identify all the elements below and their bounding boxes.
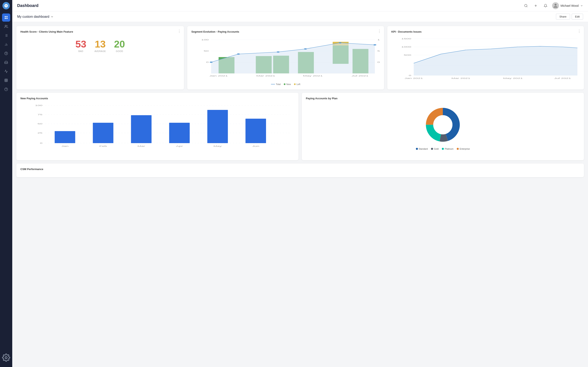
svg-point-44 [210, 62, 213, 63]
average-label: AVERAGE [95, 50, 106, 52]
health-metrics: 53 BAD 13 AVERAGE 20 GOOD [20, 39, 180, 52]
users-icon [4, 25, 8, 28]
segment-evolution-card: Segment Evolution - Paying Accounts ⋮ 10… [187, 26, 384, 90]
share-button[interactable]: Share [556, 14, 570, 20]
help-circle-icon [4, 87, 8, 91]
svg-text:0: 0 [377, 61, 380, 63]
svg-text:Mar 2021: Mar 2021 [451, 77, 470, 79]
svg-text:May: May [213, 145, 222, 147]
sub-header: My custom dashboard Share Edit [12, 11, 588, 22]
legend-platinum: Platinum [442, 148, 453, 150]
svg-text:Jan: Jan [61, 145, 69, 147]
svg-point-93 [433, 115, 452, 134]
app-logo[interactable] [2, 2, 10, 9]
svg-text:1500: 1500 [401, 38, 411, 40]
svg-text:100: 100 [35, 104, 43, 106]
average-metric: 13 AVERAGE [95, 39, 106, 52]
svg-line-24 [527, 6, 527, 7]
good-value: 20 [114, 39, 125, 49]
sidebar-item-customers[interactable] [2, 22, 10, 31]
legend-gold: Gold [431, 148, 439, 150]
health-score-menu[interactable]: ⋮ [177, 29, 181, 33]
legend-left: Left [294, 83, 300, 85]
edit-button[interactable]: Edit [572, 14, 583, 20]
sidebar-item-help[interactable] [2, 85, 10, 93]
svg-text:100: 100 [201, 39, 209, 41]
add-button[interactable] [532, 2, 539, 9]
csm-performance-card: CSM Performance [16, 164, 584, 177]
sidebar-item-revenue[interactable] [2, 49, 10, 58]
notifications-button[interactable] [542, 2, 549, 9]
kpi-title: KPI - Documents Issues [391, 30, 580, 33]
bad-value: 53 [75, 39, 86, 49]
new-paying-accounts-card: New Paying Accounts 100 75 50 25 0 [16, 93, 298, 160]
dashboard-selector[interactable]: My custom dashboard [17, 15, 54, 18]
kpi-menu[interactable]: ⋮ [577, 29, 581, 33]
sidebar-item-table[interactable] [2, 76, 10, 84]
avatar [552, 2, 559, 9]
svg-text:Jul 2021: Jul 2021 [352, 75, 369, 77]
sidebar-item-health[interactable] [2, 67, 10, 75]
svg-rect-2 [5, 18, 6, 19]
svg-text:50: 50 [204, 50, 209, 52]
svg-text:Mar 2021: Mar 2021 [256, 75, 275, 77]
bad-label: BAD [75, 50, 86, 52]
svg-rect-1 [7, 16, 8, 17]
kpi-documents-card: KPI - Documents Issues ⋮ 1500 1000 500 0 [387, 26, 584, 90]
svg-text:Feb: Feb [99, 145, 107, 147]
average-value: 13 [95, 39, 106, 49]
sidebar-bottom [2, 354, 10, 365]
svg-text:Mar: Mar [138, 145, 145, 147]
svg-text:0: 0 [206, 61, 209, 63]
donut-chart [423, 104, 463, 145]
segment-evolution-title: Segment Evolution - Paying Accounts [191, 30, 380, 33]
svg-text:0: 0 [409, 75, 411, 76]
search-button[interactable] [523, 2, 529, 9]
svg-text:May 2021: May 2021 [503, 77, 523, 79]
bar-chart-icon [4, 43, 8, 46]
svg-rect-82 [245, 119, 266, 143]
top-header: Dashboard [12, 0, 588, 11]
svg-rect-77 [55, 131, 75, 143]
sidebar-item-reports[interactable] [2, 40, 10, 49]
health-score-title: Health Score - Clients Using Main Featur… [20, 30, 180, 33]
bad-metric: 53 BAD [75, 39, 86, 52]
svg-text:50: 50 [377, 50, 380, 52]
svg-point-4 [5, 25, 6, 26]
svg-point-45 [237, 53, 240, 55]
svg-point-48 [339, 42, 342, 43]
svg-text:Jan 2021: Jan 2021 [209, 75, 228, 77]
segment-chart: 100 50 0 100 50 0 [191, 36, 380, 81]
paying-plan-title: Paying Accounts by Plan [306, 97, 580, 100]
sidebar-item-list[interactable] [2, 31, 10, 40]
sidebar-item-dashboard[interactable] [2, 13, 10, 22]
list-icon [4, 34, 8, 37]
legend-standard: Standard [416, 148, 428, 150]
donut-legend: Standard Gold Platinum Enterprise [416, 148, 470, 150]
svg-text:25: 25 [38, 132, 43, 134]
dropdown-chevron-icon [51, 15, 54, 18]
svg-rect-81 [207, 110, 228, 143]
svg-text:500: 500 [404, 54, 411, 56]
avatar-icon [553, 3, 558, 8]
svg-text:50: 50 [38, 123, 43, 125]
segment-menu[interactable]: ⋮ [378, 29, 381, 33]
grid-icon [4, 16, 8, 19]
svg-text:1000: 1000 [401, 46, 411, 48]
inbox-icon [4, 60, 8, 64]
svg-text:Jan 2021: Jan 2021 [405, 77, 423, 79]
segment-legend: Total New Left [191, 83, 380, 85]
main-container: Dashboard [12, 0, 588, 367]
svg-rect-78 [93, 123, 113, 143]
user-menu[interactable]: Michael Wood [552, 2, 583, 9]
user-name-label: Michael Wood [561, 4, 579, 7]
dashboard-name-label: My custom dashboard [17, 15, 49, 18]
csm-title: CSM Performance [20, 167, 580, 171]
svg-point-47 [304, 48, 307, 50]
sidebar-item-inbox[interactable] [2, 58, 10, 67]
sidebar-item-settings[interactable] [2, 354, 10, 362]
chevron-down-icon [580, 4, 583, 7]
svg-text:Apr: Apr [176, 145, 183, 147]
svg-point-49 [373, 44, 376, 45]
svg-text:100: 100 [377, 39, 380, 41]
